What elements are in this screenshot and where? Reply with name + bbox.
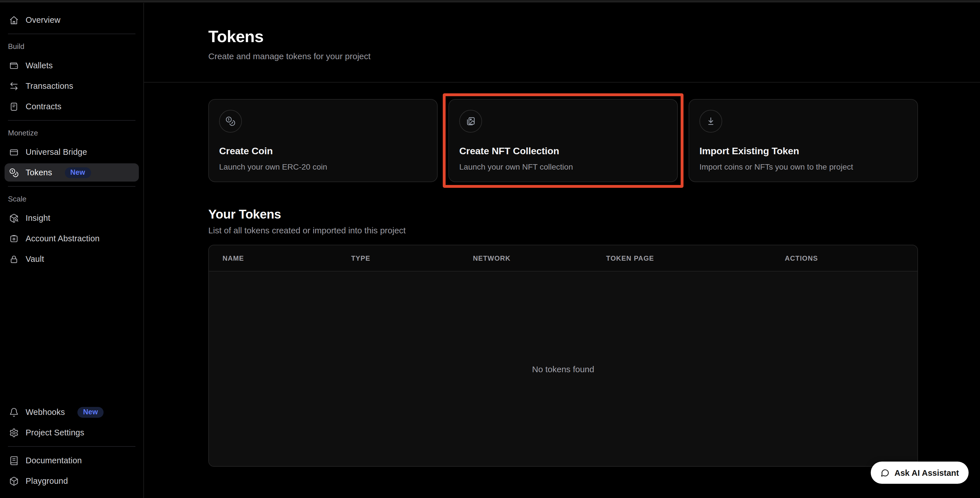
coins-icon [219,110,242,133]
sidebar-item-label: Contracts [25,102,62,111]
wallet-icon [9,60,19,70]
empty-state-text: No tokens found [532,364,595,374]
sidebar-item-playground[interactable]: Playground [5,472,139,490]
card-title: Import Existing Token [700,146,907,157]
sidebar-item-project-settings[interactable]: Project Settings [5,423,139,442]
package-search-icon [9,213,19,223]
home-icon [9,15,19,25]
chat-bubble-icon [880,468,889,477]
page-subtitle: Create and manage tokens for your projec… [208,51,980,61]
card-title: Create Coin [219,146,427,157]
bell-icon [9,407,19,417]
sidebar-item-label: Transactions [25,81,73,91]
your-tokens-subtitle: List of all tokens created or imported i… [208,225,918,235]
sidebar-divider [8,186,135,187]
token-action-cards: Create Coin Launch your own ERC-20 coin … [208,99,918,182]
app-window: Overview Build Wallets Transactions [0,0,980,498]
sidebar-divider [8,33,135,34]
gear-icon [9,428,19,438]
window-top-strip [0,0,980,2]
sidebar-item-label: Project Settings [25,428,84,437]
tokens-table: NAME TYPE NETWORK TOKEN PAGE ACTIONS No … [208,245,918,467]
sidebar-item-label: Webhooks [25,407,65,417]
smart-account-icon [9,234,19,243]
sidebar-item-transactions[interactable]: Transactions [5,77,139,95]
sidebar-section-scale: Scale [8,195,135,203]
sidebar-item-label: Vault [25,255,44,264]
download-icon [700,110,722,133]
page-title: Tokens [208,29,980,45]
sidebar-item-universal-bridge[interactable]: Universal Bridge [5,143,139,161]
sidebar-item-label: Account Abstraction [25,234,100,243]
sidebar-item-label: Wallets [25,61,52,70]
sidebar-item-label: Universal Bridge [25,147,87,156]
card-description: Launch your own NFT collection [459,162,667,171]
create-coin-card[interactable]: Create Coin Launch your own ERC-20 coin [208,99,438,182]
sidebar-item-overview[interactable]: Overview [5,11,139,29]
column-header-type: TYPE [351,254,473,262]
tokens-table-header: NAME TYPE NETWORK TOKEN PAGE ACTIONS [209,245,917,272]
sidebar-item-insight[interactable]: Insight [5,209,139,227]
sidebar-item-wallets[interactable]: Wallets [5,56,139,75]
sidebar-divider [8,446,135,447]
new-badge: New [77,407,103,417]
contract-file-icon [9,102,19,111]
card-description: Launch your own ERC-20 coin [219,162,427,171]
sidebar-item-vault[interactable]: Vault [5,250,139,268]
sidebar-item-webhooks[interactable]: Webhooks New [5,403,139,421]
column-header-actions: ACTIONS [785,254,904,262]
sidebar-nav: Overview Build Wallets Transactions [0,3,143,268]
column-header-token-page: TOKEN PAGE [606,254,785,262]
sidebar: Overview Build Wallets Transactions [0,3,144,498]
main-content: Tokens Create and manage tokens for your… [144,3,980,498]
card-title: Create NFT Collection [459,146,667,157]
sidebar-footer: Webhooks New Project Settings Documentat… [5,403,139,492]
column-header-network: NETWORK [473,254,606,262]
page-header: Tokens Create and manage tokens for your… [144,3,980,83]
sidebar-section-monetize: Monetize [8,129,135,137]
sidebar-item-label: Playground [25,476,68,485]
create-nft-collection-card[interactable]: Create NFT Collection Launch your own NF… [449,99,678,182]
card-description: Import coins or NFTs you own to the proj… [700,162,907,171]
column-header-name: NAME [223,254,351,262]
lock-icon [9,254,19,264]
import-existing-token-card[interactable]: Import Existing Token Import coins or NF… [689,99,918,182]
tokens-table-body: No tokens found [209,272,917,466]
sidebar-divider [8,120,135,121]
sidebar-item-label: Insight [25,213,50,223]
sidebar-item-account-abstraction[interactable]: Account Abstraction [5,229,139,248]
sidebar-item-contracts[interactable]: Contracts [5,97,139,116]
tokens-content: Create Coin Launch your own ERC-20 coin … [144,83,980,467]
sidebar-item-label: Overview [25,15,60,24]
your-tokens-title: Your Tokens [208,208,918,221]
bridge-card-icon [9,147,19,157]
ask-ai-assistant-label: Ask AI Assistant [894,468,959,477]
coins-icon [9,168,19,177]
new-badge: New [65,167,91,178]
arrows-left-right-icon [9,81,19,91]
ask-ai-assistant-button[interactable]: Ask AI Assistant [870,461,969,484]
sidebar-item-label: Documentation [25,456,82,465]
cube-icon [9,476,19,486]
images-icon [459,110,482,133]
sidebar-section-build: Build [8,42,135,51]
sidebar-item-documentation[interactable]: Documentation [5,451,139,469]
book-icon [9,456,19,465]
sidebar-item-label: Tokens [25,168,52,177]
sidebar-item-tokens[interactable]: Tokens New [5,163,139,181]
